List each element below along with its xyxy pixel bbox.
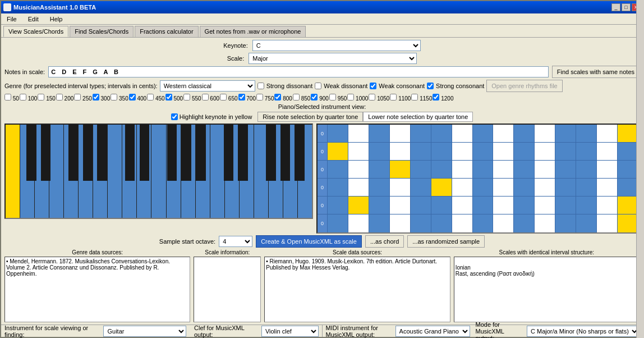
- scale-select[interactable]: MajorMinorHarmonic Minor DorianPhrygianL…: [249, 53, 417, 64]
- grid-cell[interactable]: [390, 179, 411, 196]
- cb-450[interactable]: [147, 94, 154, 101]
- white-key-12[interactable]: [167, 125, 181, 218]
- grid-cell[interactable]: [411, 179, 431, 196]
- grid-cell[interactable]: [411, 214, 431, 232]
- genre-select[interactable]: Western classicalArabicIndian: [160, 80, 255, 92]
- cb-400[interactable]: [129, 94, 136, 101]
- grid-cell[interactable]: [514, 125, 535, 142]
- grid-cell[interactable]: [452, 161, 473, 178]
- white-key-8[interactable]: [108, 125, 122, 218]
- grid-cell[interactable]: [493, 214, 514, 232]
- strong-consonant-cb[interactable]: [427, 83, 434, 89]
- grid-cell[interactable]: [411, 197, 431, 214]
- grid-cell[interactable]: [348, 143, 369, 160]
- cb-1050[interactable]: [369, 94, 375, 101]
- strong-dissonant-cb[interactable]: [257, 83, 264, 89]
- grid-cell[interactable]: [597, 125, 618, 142]
- grid-cell[interactable]: [369, 214, 390, 232]
- white-key-19[interactable]: [269, 125, 283, 218]
- grid-cell[interactable]: [514, 161, 535, 178]
- white-key-2[interactable]: [20, 125, 35, 218]
- grid-cell[interactable]: [452, 125, 473, 142]
- cb-50[interactable]: [4, 94, 11, 101]
- cb-550[interactable]: [183, 94, 190, 101]
- grid-cell[interactable]: [535, 214, 555, 232]
- white-key-13[interactable]: [181, 125, 196, 218]
- grid-cell[interactable]: [431, 125, 452, 142]
- white-key-5[interactable]: [64, 125, 79, 218]
- grid-cell[interactable]: [618, 143, 638, 160]
- grid-cell-yellow[interactable]: [618, 214, 638, 232]
- grid-cell[interactable]: [576, 214, 597, 232]
- white-key-7[interactable]: [93, 125, 108, 218]
- grid-cell[interactable]: [328, 125, 348, 142]
- grid-cell[interactable]: [328, 179, 348, 196]
- midi-select[interactable]: Acoustic Grand Piano: [395, 326, 470, 337]
- grid-cell[interactable]: [555, 197, 576, 214]
- grid-cell[interactable]: [348, 179, 369, 196]
- grid-cell[interactable]: [473, 197, 494, 214]
- grid-cell[interactable]: [411, 161, 431, 178]
- grid-cell[interactable]: [452, 179, 473, 196]
- menu-file[interactable]: File: [3, 15, 20, 24]
- grid-cell[interactable]: [555, 214, 576, 232]
- cb-1000[interactable]: [347, 94, 354, 101]
- menu-edit[interactable]: Edit: [25, 15, 42, 24]
- grid-cell-yellow[interactable]: [618, 125, 638, 142]
- grid-cell[interactable]: [535, 179, 555, 196]
- genre-sources-content[interactable]: • Mendel, Herrmann. 1872. Musikalisches …: [4, 257, 190, 322]
- cb-350[interactable]: [111, 94, 117, 101]
- white-key-21[interactable]: [298, 125, 312, 218]
- white-key-18[interactable]: [254, 125, 269, 218]
- lower-quarter-btn[interactable]: Lower note selection by quarter tone: [363, 112, 473, 122]
- grid-cell[interactable]: [348, 125, 369, 142]
- create-chord-btn[interactable]: ...as chord: [365, 235, 404, 248]
- grid-cell[interactable]: [431, 197, 452, 214]
- grid-cell[interactable]: [576, 179, 597, 196]
- tab-fractions[interactable]: Fractions calculator: [135, 26, 198, 37]
- cb-900[interactable]: [311, 94, 318, 101]
- scale-data-content[interactable]: • Riemann, Hugo. 1909. Musik-Lexikon. 7t…: [264, 257, 450, 322]
- grid-cell-yellow[interactable]: [431, 179, 452, 196]
- grid-cell[interactable]: [597, 214, 618, 232]
- grid-cell[interactable]: [452, 143, 473, 160]
- grid-cell[interactable]: [535, 125, 555, 142]
- white-key-9[interactable]: [122, 125, 137, 218]
- create-random-btn[interactable]: ...as randomized sample: [407, 235, 485, 248]
- white-key-10[interactable]: [137, 125, 151, 218]
- grid-cell[interactable]: [348, 214, 369, 232]
- grid-cell-yellow[interactable]: [328, 143, 348, 160]
- grid-cell[interactable]: [452, 214, 473, 232]
- grid-cell[interactable]: [431, 214, 452, 232]
- grid-cell[interactable]: [535, 197, 555, 214]
- cb-100[interactable]: [20, 94, 26, 101]
- grid-cell[interactable]: [328, 214, 348, 232]
- grid-cell[interactable]: [597, 143, 618, 160]
- cb-500[interactable]: [165, 94, 172, 101]
- grid-cell-yellow[interactable]: [390, 161, 411, 178]
- cb-1100[interactable]: [390, 94, 397, 101]
- weak-consonant-cb[interactable]: [370, 83, 376, 89]
- grid-cell[interactable]: [369, 143, 390, 160]
- maximize-btn[interactable]: □: [622, 3, 631, 11]
- grid-cell[interactable]: [411, 143, 431, 160]
- grid-cell[interactable]: [369, 125, 390, 142]
- grid-cell[interactable]: [493, 161, 514, 178]
- cb-600[interactable]: [202, 94, 209, 101]
- grid-cell[interactable]: [328, 197, 348, 214]
- grid-cell[interactable]: [514, 214, 535, 232]
- white-key-15[interactable]: [210, 125, 225, 218]
- grid-cell[interactable]: [535, 143, 555, 160]
- cb-950[interactable]: [329, 94, 336, 101]
- menu-help[interactable]: Help: [47, 15, 66, 24]
- white-key-3[interactable]: [35, 125, 49, 218]
- instrument-select[interactable]: GuitarPianoViolin: [103, 326, 186, 337]
- white-key-20[interactable]: [283, 125, 298, 218]
- cb-150[interactable]: [38, 94, 44, 101]
- white-key-11[interactable]: [151, 125, 166, 218]
- grid-cell[interactable]: [576, 161, 597, 178]
- grid-cell[interactable]: [411, 125, 431, 142]
- grid-cell[interactable]: [473, 214, 494, 232]
- grid-cell[interactable]: [618, 179, 638, 196]
- weak-dissonant-cb[interactable]: [315, 83, 321, 89]
